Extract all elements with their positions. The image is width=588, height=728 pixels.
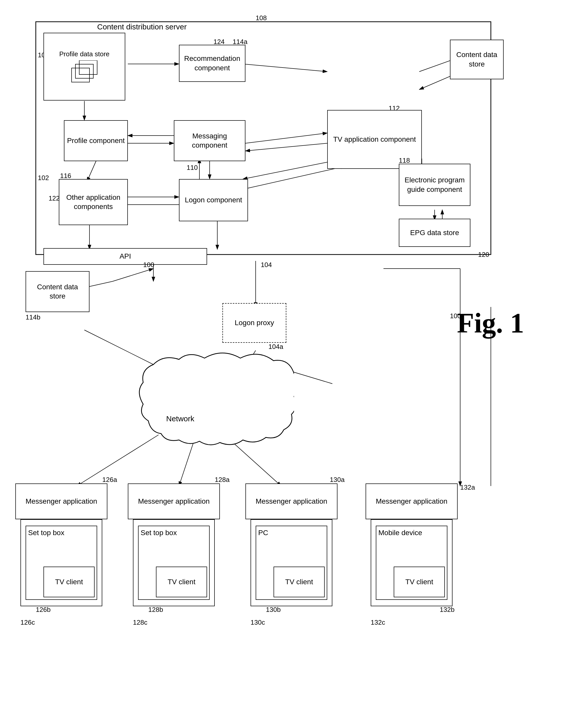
fig-label: Fig. 1 — [457, 307, 524, 340]
pc-3-outer: PC TV client — [251, 519, 332, 606]
ref-130b: 130b — [266, 606, 281, 614]
set-top-box-1-outer: Set top box TV client — [20, 519, 102, 606]
messaging-component-box: Messaging component — [174, 120, 246, 161]
ref-102: 102 — [38, 174, 49, 182]
mobile-device-4-outer: Mobile device TV client — [371, 519, 453, 606]
ref-104: 104 — [261, 261, 272, 269]
profile-data-store-label: Profile data store — [59, 50, 110, 59]
svg-line-17 — [243, 166, 345, 189]
logon-proxy-box: Logon proxy — [223, 303, 286, 343]
content-data-store-bottom-box: Content data store — [25, 271, 89, 312]
ref-124: 124 — [213, 38, 225, 46]
ref-126a: 126a — [102, 476, 117, 484]
api-bar: API — [43, 248, 207, 265]
ref-108: 108 — [256, 14, 267, 22]
other-application-components-box: Other application components — [59, 179, 128, 225]
ref-128b: 128b — [148, 606, 163, 614]
profile-data-store-box: Profile data store — [43, 33, 125, 101]
ref-132c: 132c — [371, 619, 385, 626]
messenger-app-2-box: Messenger application — [128, 483, 220, 519]
svg-line-27 — [112, 268, 153, 281]
pc-3-label: PC — [258, 528, 268, 538]
ref-128a: 128a — [215, 476, 230, 484]
svg-rect-40 — [76, 64, 93, 78]
ref-126b: 126b — [36, 606, 50, 614]
svg-line-4 — [243, 64, 327, 72]
svg-line-6 — [419, 74, 455, 89]
ref-110: 110 — [187, 164, 197, 171]
network-label: Network — [166, 414, 194, 423]
messenger-app-3-box: Messenger application — [246, 483, 337, 519]
ref-118: 118 — [399, 157, 410, 164]
content-distribution-server-label: Content distribution server — [97, 22, 187, 31]
diagram-lines — [0, 0, 588, 728]
ref-130a: 130a — [330, 476, 344, 484]
content-data-store-top-label: Content data store — [453, 50, 501, 69]
recommendation-component-box: Recommendation component — [179, 45, 246, 82]
messenger-app-1-box: Messenger application — [15, 483, 107, 519]
svg-line-9 — [246, 133, 327, 143]
epg-component-box: Electronic program guide component — [399, 164, 470, 206]
mobile-device-4-label: Mobile device — [378, 528, 422, 538]
network-cloud — [115, 345, 294, 448]
tv-client-1-label: TV client — [55, 577, 83, 587]
ref-128c: 128c — [133, 619, 147, 626]
logon-component-box: Logon component — [179, 179, 248, 221]
svg-line-5 — [419, 59, 455, 72]
messenger-app-4-box: Messenger application — [365, 483, 458, 519]
epg-data-store-box: EPG data store — [399, 219, 470, 247]
diagram: Content distribution server 108 106 102 … — [0, 0, 588, 728]
ref-112: 112 — [388, 104, 400, 112]
svg-line-10 — [246, 143, 327, 151]
set-top-box-2-outer: Set top box TV client — [133, 519, 215, 606]
ref-100a: 100 — [143, 261, 154, 269]
content-data-store-top-box: Content data store — [450, 40, 504, 79]
svg-rect-39 — [71, 68, 89, 82]
ref-130c: 130c — [251, 619, 265, 626]
ref-114b: 114b — [25, 314, 40, 321]
ref-116: 116 — [60, 172, 71, 180]
svg-line-11 — [87, 159, 97, 182]
svg-rect-41 — [79, 60, 97, 75]
ref-120: 120 — [478, 251, 489, 259]
profile-component-box: Profile component — [64, 120, 128, 161]
tv-client-2-label: TV client — [168, 577, 195, 587]
ref-114a: 114a — [233, 38, 248, 46]
tv-client-4-label: TV client — [405, 577, 433, 587]
ref-126c: 126c — [20, 619, 35, 626]
tv-client-3-label: TV client — [285, 577, 313, 587]
other-application-components-label: Other application components — [61, 193, 125, 211]
ref-122: 122 — [48, 195, 60, 202]
ref-132b: 132b — [440, 606, 455, 614]
set-top-box-2-label: Set top box — [141, 528, 177, 538]
set-top-box-1-label: Set top box — [28, 528, 64, 538]
ref-132a: 132a — [460, 483, 475, 491]
